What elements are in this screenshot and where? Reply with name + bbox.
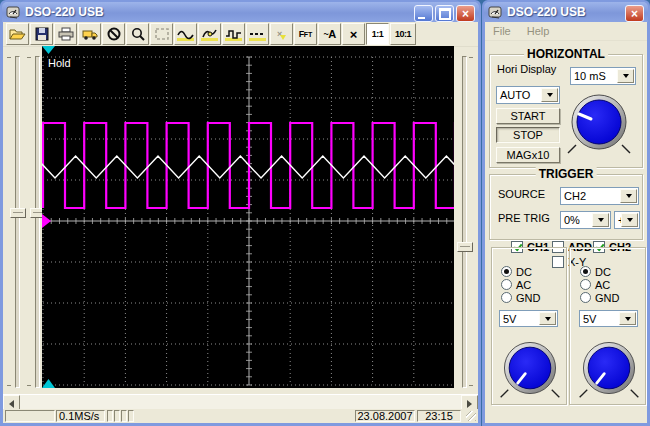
source-label: SOURCE — [498, 188, 545, 200]
ch1-radio-ac[interactable] — [501, 279, 512, 290]
horizontal-group-title: HORIZONTAL — [524, 47, 608, 61]
clear-button[interactable]: × — [342, 23, 365, 45]
ch2-radio-dc[interactable] — [580, 266, 591, 277]
dropdown-button[interactable] — [620, 189, 637, 203]
acquisition-mode-label: Hold — [48, 57, 71, 69]
ratio-1-1-button[interactable]: 1:1 — [366, 23, 389, 45]
ch1-radio-gnd[interactable] — [501, 292, 512, 303]
horizontal-scrollbar[interactable] — [3, 394, 478, 410]
print-button[interactable] — [54, 23, 77, 45]
ch2-radio-gnd[interactable] — [580, 292, 591, 303]
curve-dot-icon — [201, 27, 218, 42]
fft-button[interactable]: FFT — [294, 23, 317, 45]
sine-wave-icon — [177, 27, 194, 42]
ch1-ac-label: AC — [516, 279, 531, 291]
ch1-volt-select[interactable]: 5V — [499, 310, 558, 327]
stop-acquisition-button[interactable] — [102, 23, 125, 45]
dashed-rect-icon — [155, 28, 169, 40]
interpolate-button[interactable] — [198, 23, 221, 45]
clear-marker-button[interactable]: × — [270, 23, 293, 45]
dropdown-button[interactable] — [617, 69, 634, 83]
chevron-down-icon — [626, 194, 632, 198]
scope-window: DSO-220 USB × — [0, 0, 481, 426]
chevron-down-icon — [627, 218, 633, 222]
start-button[interactable]: START — [496, 108, 560, 124]
scope-window-titlebar: DSO-220 USB × — [2, 2, 479, 22]
close-button[interactable]: × — [456, 5, 475, 22]
ch1-position-slider-thumb[interactable] — [10, 208, 26, 218]
dropdown-button[interactable] — [592, 213, 609, 227]
dropdown-button[interactable] — [619, 312, 636, 325]
resize-grip[interactable] — [466, 411, 476, 421]
trigger-slope-select[interactable]: + — [614, 211, 640, 229]
minimize-icon — [418, 17, 425, 19]
pretrig-select[interactable]: 0% — [560, 211, 611, 229]
ch2-radio-ac[interactable] — [580, 279, 591, 290]
status-bar: 0.1MS/s 23.08.2007 23:15 — [3, 409, 478, 423]
close-button[interactable]: × — [625, 5, 644, 22]
ch1-volt-value: 5V — [503, 313, 516, 325]
minimize-button[interactable] — [414, 5, 433, 22]
time-value: 23:15 — [425, 410, 453, 422]
start-button-label: START — [510, 110, 545, 122]
horizontal-group: HORIZONTAL Hori Display 10 mS AUTO START… — [489, 54, 643, 168]
dropdown-button[interactable] — [539, 312, 556, 325]
autoset-button[interactable]: ~ A — [318, 23, 341, 45]
magnifier-icon — [131, 27, 145, 41]
floppy-disk-icon — [35, 27, 49, 41]
date-value: 23.08.2007 — [357, 410, 412, 422]
maximize-icon — [439, 8, 451, 20]
sample-rate-value: 0.1MS/s — [59, 410, 99, 422]
timebase-value: 10 mS — [574, 70, 606, 82]
dropdown-button[interactable] — [541, 88, 558, 102]
close-icon: × — [462, 8, 469, 20]
time-panel: 23:15 — [417, 410, 461, 422]
ch1-gain-knob[interactable] — [494, 333, 566, 403]
maximize-button[interactable] — [435, 5, 454, 22]
trigger-source-select[interactable]: CH2 — [560, 187, 639, 205]
stop-button[interactable]: STOP — [496, 127, 560, 143]
control-panel-titlebar: DSO-220 USB × — [484, 2, 648, 22]
ch2-position-slider-track[interactable] — [35, 56, 40, 388]
smooth-curve-button[interactable] — [174, 23, 197, 45]
ch1-radio-dc[interactable] — [501, 266, 512, 277]
window-select-button[interactable] — [150, 23, 173, 45]
slider-tick — [7, 57, 11, 58]
status-separator — [121, 410, 127, 422]
save-button[interactable] — [30, 23, 53, 45]
trigger-level-slider-track[interactable] — [462, 56, 467, 388]
date-panel: 23.08.2007 — [355, 410, 415, 422]
chevron-down-icon — [623, 74, 629, 78]
app-icon — [6, 5, 21, 20]
ch2-volt-select[interactable]: 5V — [579, 310, 638, 327]
timebase-knob[interactable] — [562, 85, 636, 159]
ch2-volt-value: 5V — [583, 313, 596, 325]
trigger-mode-select[interactable]: AUTO — [496, 86, 560, 104]
arrow-right-icon — [467, 400, 472, 408]
ratio-10-1-button[interactable]: 10:1 — [390, 23, 416, 45]
x-icon: × — [350, 28, 358, 41]
ch1-dc-label: DC — [516, 266, 532, 278]
pretrig-label: PRE TRIG — [498, 212, 550, 224]
acquire-button[interactable] — [78, 23, 101, 45]
ch1-group: DC AC GND 5V — [491, 247, 567, 405]
bottom-marker — [42, 379, 55, 388]
step-display-button[interactable] — [222, 23, 245, 45]
trigger-level-slider-thumb[interactable] — [457, 242, 473, 252]
ch2-gain-knob[interactable] — [573, 333, 645, 403]
timebase-select[interactable]: 10 mS — [570, 67, 636, 85]
mag-x10-button[interactable]: MAGx10 — [496, 147, 560, 163]
ch2-gnd-label: GND — [595, 292, 619, 304]
dropdown-button[interactable] — [621, 213, 638, 227]
arrow-left-icon — [9, 400, 14, 408]
trigger-group-title: TRIGGER — [536, 167, 597, 181]
window-title: DSO-220 USB — [507, 5, 586, 19]
no-entry-icon — [107, 27, 121, 41]
ch1-position-slider-track[interactable] — [15, 56, 20, 388]
dot-display-button[interactable] — [246, 23, 269, 45]
trigger-group: TRIGGER SOURCE CH2 PRE TRIG 0% + — [489, 174, 643, 240]
menu-help[interactable]: Help — [519, 25, 558, 37]
open-file-button[interactable] — [6, 23, 29, 45]
menu-file[interactable]: File — [485, 25, 519, 37]
zoom-button[interactable] — [126, 23, 149, 45]
